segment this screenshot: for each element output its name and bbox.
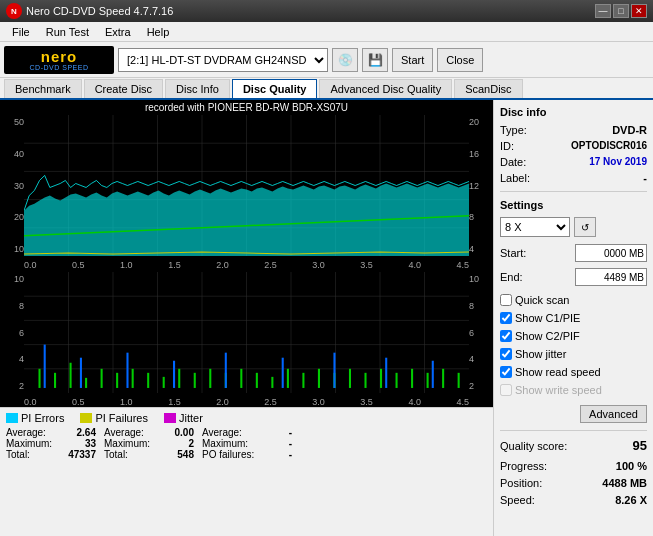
position-label: Position:: [500, 477, 542, 489]
eject-button[interactable]: Close: [437, 48, 483, 72]
quick-scan-checkbox[interactable]: [500, 294, 512, 306]
pi-failures-color: [80, 413, 92, 423]
show-write-speed-checkbox[interactable]: [500, 384, 512, 396]
menu-file[interactable]: File: [4, 24, 38, 40]
refresh-button[interactable]: ↺: [574, 217, 596, 237]
total-label2: Total:: [104, 449, 128, 460]
show-read-speed-row: Show read speed: [500, 366, 647, 378]
type-value: DVD-R: [612, 124, 647, 136]
tab-disc-info[interactable]: Disc Info: [165, 79, 230, 98]
separator2: [500, 430, 647, 431]
progress-row: Progress: 100 %: [500, 460, 647, 472]
start-mb-row: Start:: [500, 244, 647, 262]
chart-title: recorded with PIONEER BD-RW BDR-XS07U: [0, 100, 493, 115]
tab-bar: Benchmark Create Disc Disc Info Disc Qua…: [0, 78, 653, 100]
id-label: ID:: [500, 140, 514, 152]
pi-failures-avg: 0.00: [175, 427, 194, 438]
lower-y-axis-right: 10 8 6 4 2: [469, 272, 489, 393]
drive-selector[interactable]: [2:1] HL-DT-ST DVDRAM GH24NSD0 LH00: [118, 48, 328, 72]
max-label3: Maximum:: [202, 438, 248, 449]
jitter-avg: -: [289, 427, 292, 438]
legend-pi-errors: PI Errors: [6, 412, 64, 424]
pi-errors-color: [6, 413, 18, 423]
settings-title: Settings: [500, 199, 647, 211]
quick-scan-row: Quick scan: [500, 294, 647, 306]
upper-y-axis-left: 50 40 30 20 10: [4, 115, 24, 256]
end-mb-input[interactable]: [575, 268, 647, 286]
pi-errors-total: 47337: [68, 449, 96, 460]
tab-benchmark[interactable]: Benchmark: [4, 79, 82, 98]
start-mb-input[interactable]: [575, 244, 647, 262]
quality-score-row: Quality score: 95: [500, 438, 647, 453]
toolbar: nero CD-DVD SPEED [2:1] HL-DT-ST DVDRAM …: [0, 42, 653, 78]
stats-panel: PI Errors PI Failures Jitter Average: 2: [0, 407, 493, 536]
start-button[interactable]: Start: [392, 48, 433, 72]
show-c1pie-row: Show C1/PIE: [500, 312, 647, 324]
menu-help[interactable]: Help: [139, 24, 178, 40]
tab-create-disc[interactable]: Create Disc: [84, 79, 163, 98]
advanced-button[interactable]: Advanced: [580, 405, 647, 423]
progress-value: 100 %: [616, 460, 647, 472]
start-mb-label: Start:: [500, 247, 526, 259]
show-c1pie-checkbox[interactable]: [500, 312, 512, 324]
show-jitter-checkbox[interactable]: [500, 348, 512, 360]
max-label: Maximum:: [6, 438, 52, 449]
pi-failures-stats: Average: 0.00 Maximum: 2 Total: 548: [104, 427, 194, 460]
show-c2pif-label: Show C2/PIF: [515, 330, 580, 342]
speed-selector[interactable]: 8 X Maximum 4 X 16 X: [500, 217, 570, 237]
legend-pi-failures: PI Failures: [80, 412, 148, 424]
position-value: 4488 MB: [602, 477, 647, 489]
jitter-stats: Average: - Maximum: - PO failures: -: [202, 427, 292, 460]
show-jitter-label: Show jitter: [515, 348, 566, 360]
tab-advanced-disc-quality[interactable]: Advanced Disc Quality: [319, 79, 452, 98]
avg-label3: Average:: [202, 427, 242, 438]
progress-label: Progress:: [500, 460, 547, 472]
show-c2pif-checkbox[interactable]: [500, 330, 512, 342]
po-failures-value: -: [289, 449, 292, 460]
save-button[interactable]: 💾: [362, 48, 388, 72]
menu-run-test[interactable]: Run Test: [38, 24, 97, 40]
po-failures-label: PO failures:: [202, 449, 254, 460]
close-button[interactable]: ✕: [631, 4, 647, 18]
legend-jitter: Jitter: [164, 412, 203, 424]
right-panel: Disc info Type: DVD-R ID: OPTODISCR016 D…: [493, 100, 653, 536]
nero-logo: nero CD-DVD SPEED: [4, 46, 114, 74]
show-jitter-row: Show jitter: [500, 348, 647, 360]
position-row: Position: 4488 MB: [500, 477, 647, 489]
disc-label-row: Label: -: [500, 172, 647, 184]
total-label: Total:: [6, 449, 30, 460]
end-mb-label: End:: [500, 271, 523, 283]
end-mb-row: End:: [500, 268, 647, 286]
speed-result-value: 8.26 X: [615, 494, 647, 506]
show-read-speed-checkbox[interactable]: [500, 366, 512, 378]
minimize-button[interactable]: —: [595, 4, 611, 18]
legend-row: PI Errors PI Failures Jitter: [6, 412, 487, 424]
avg-label2: Average:: [104, 427, 144, 438]
main-content: recorded with PIONEER BD-RW BDR-XS07U 50…: [0, 100, 653, 536]
svg-marker-13: [24, 183, 469, 256]
pi-failures-max: 2: [188, 438, 194, 449]
show-c1pie-label: Show C1/PIE: [515, 312, 580, 324]
pi-failures-total: 548: [177, 449, 194, 460]
stats-row: Average: 2.64 Maximum: 33 Total: 47337: [6, 427, 487, 460]
tab-disc-quality[interactable]: Disc Quality: [232, 79, 318, 98]
jitter-max: -: [289, 438, 292, 449]
cd-icon-button[interactable]: 💿: [332, 48, 358, 72]
max-label2: Maximum:: [104, 438, 150, 449]
maximize-button[interactable]: □: [613, 4, 629, 18]
window-controls[interactable]: — □ ✕: [595, 4, 647, 18]
menu-bar: File Run Test Extra Help: [0, 22, 653, 42]
lower-chart-svg: [24, 272, 469, 393]
jitter-label: Jitter: [179, 412, 203, 424]
show-read-speed-label: Show read speed: [515, 366, 601, 378]
lower-y-axis-left: 10 8 6 4 2: [4, 272, 24, 393]
speed-row: 8 X Maximum 4 X 16 X ↺: [500, 217, 647, 237]
date-value: 17 Nov 2019: [589, 156, 647, 168]
menu-extra[interactable]: Extra: [97, 24, 139, 40]
tab-scan-disc[interactable]: ScanDisc: [454, 79, 522, 98]
speed-result-label: Speed:: [500, 494, 535, 506]
advanced-btn-wrapper: Advanced: [500, 403, 647, 423]
quick-scan-label: Quick scan: [515, 294, 569, 306]
quality-score-label: Quality score:: [500, 440, 567, 452]
upper-x-axis: 0.0 0.5 1.0 1.5 2.0 2.5 3.0 3.5 4.0 4.5: [24, 260, 469, 270]
